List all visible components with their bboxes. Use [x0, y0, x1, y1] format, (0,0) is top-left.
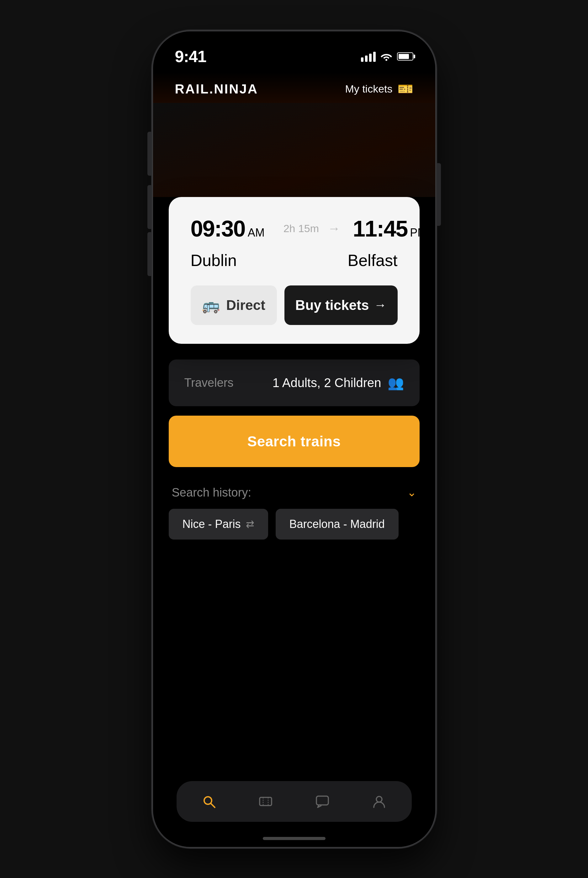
arrival-block: 11:45PM	[353, 216, 427, 242]
main-content: 09:30AM 2h 15m → 11:45PM	[153, 197, 435, 568]
nav-item-search[interactable]	[195, 791, 222, 812]
nav-item-profile[interactable]	[366, 791, 393, 812]
profile-nav-icon	[372, 794, 386, 809]
arrival-ampm: PM	[410, 226, 427, 239]
svg-point-0	[386, 59, 387, 61]
bottom-navigation	[177, 781, 412, 822]
nav-item-tickets[interactable]	[252, 791, 279, 812]
direct-button[interactable]: 🚌 Direct	[190, 285, 277, 325]
train-result-card: 09:30AM 2h 15m → 11:45PM	[169, 197, 420, 344]
station-row: Dublin Belfast	[190, 251, 398, 270]
travelers-row[interactable]: Travelers 1 Adults, 2 Children 👥	[169, 359, 420, 406]
battery-icon	[397, 53, 413, 60]
history-chip-1[interactable]: Barcelona - Madrid	[276, 509, 399, 540]
svg-line-2	[211, 803, 215, 807]
svg-rect-3	[260, 797, 272, 806]
signal-icon	[361, 51, 376, 62]
travelers-value-row: 1 Adults, 2 Children 👥	[273, 375, 404, 390]
train-icon: 🚌	[202, 297, 220, 314]
app-header: RAIL.NINJA My tickets 🎫	[153, 72, 435, 103]
buy-tickets-button[interactable]: Buy tickets →	[284, 285, 398, 325]
phone-device: 9:41	[153, 32, 435, 847]
wifi-icon	[381, 52, 392, 61]
direct-label: Direct	[226, 297, 265, 313]
direction-arrow-icon: →	[328, 221, 340, 236]
status-time: 9:41	[175, 47, 206, 66]
duration-line: 2h 15m →	[265, 221, 353, 236]
swap-icon-0: ⇄	[246, 518, 254, 530]
tickets-nav-icon	[258, 794, 273, 809]
travelers-icon: 👥	[388, 375, 404, 390]
chip-label-0: Nice - Paris	[183, 518, 241, 531]
app-logo: RAIL.NINJA	[175, 81, 258, 97]
history-chips-list: Nice - Paris ⇄ Barcelona - Madrid	[169, 509, 420, 540]
travelers-value: 1 Adults, 2 Children	[273, 376, 381, 390]
my-tickets-label: My tickets	[345, 83, 392, 95]
ticket-icon: 🎫	[398, 81, 413, 96]
nav-item-chat[interactable]	[309, 791, 336, 812]
departure-ampm: AM	[248, 226, 265, 239]
buy-arrow-icon: →	[374, 298, 386, 312]
departure-block: 09:30AM	[190, 216, 265, 242]
search-history-header: Search history: ⌄	[169, 483, 420, 509]
dynamic-island	[260, 43, 328, 65]
svg-rect-6	[316, 796, 328, 805]
arrival-time: 11:45	[353, 216, 407, 241]
chat-nav-icon	[315, 794, 330, 809]
departure-time: 09:30	[190, 216, 245, 241]
destination-station: Belfast	[348, 251, 398, 270]
phone-screen: 9:41	[153, 32, 435, 847]
svg-point-7	[376, 797, 382, 802]
duration-text: 2h 15m	[277, 222, 325, 235]
home-indicator	[263, 837, 326, 840]
my-tickets-button[interactable]: My tickets 🎫	[345, 81, 413, 96]
card-actions: 🚌 Direct Buy tickets →	[190, 285, 398, 325]
search-history-label: Search history:	[172, 486, 251, 500]
search-nav-icon	[202, 794, 216, 809]
history-chip-0[interactable]: Nice - Paris ⇄	[169, 509, 268, 540]
status-icons	[361, 51, 413, 62]
origin-station: Dublin	[190, 251, 237, 270]
page-wrapper: 9:41	[0, 0, 588, 878]
search-trains-button[interactable]: Search trains	[169, 416, 420, 467]
buy-label: Buy tickets	[296, 297, 369, 313]
chevron-down-icon[interactable]: ⌄	[407, 486, 417, 499]
chip-label-1: Barcelona - Madrid	[290, 518, 385, 531]
train-time-row: 09:30AM 2h 15m → 11:45PM	[190, 216, 398, 242]
travelers-label: Travelers	[184, 376, 234, 390]
search-form: Travelers 1 Adults, 2 Children 👥 Search …	[169, 359, 420, 549]
